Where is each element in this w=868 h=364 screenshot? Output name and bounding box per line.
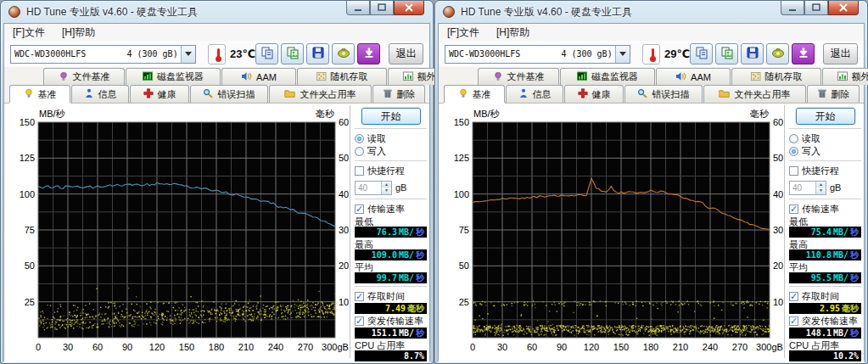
copy-image-button[interactable]	[715, 43, 738, 64]
file-benchmark-icon	[59, 71, 69, 83]
svg-text:25: 25	[25, 297, 35, 307]
info-icon	[84, 88, 94, 100]
access-time-checkbox[interactable]: ✓	[355, 292, 364, 301]
write-radio-label: 写入	[802, 145, 820, 158]
screenshot-icon	[771, 46, 785, 63]
window-title: HD Tune 专业版 v4.60 - 硬盘专业工具	[461, 5, 632, 20]
tab-disk-monitor[interactable]: 磁盘监视器	[126, 68, 221, 85]
close-icon	[405, 3, 413, 12]
copy-text-button[interactable]	[690, 43, 713, 64]
title-bar[interactable]: HD Tune 专业版 v4.60 - 硬盘专业工具	[1, 1, 433, 23]
tab-error-scan[interactable]: 错误扫描	[190, 85, 268, 103]
menu-file[interactable]: [F]文件	[445, 25, 481, 41]
save-icon	[746, 46, 759, 63]
download-button[interactable]	[792, 43, 815, 64]
tab-benchmark[interactable]: 基准	[9, 85, 70, 103]
svg-text:150: 150	[613, 342, 629, 352]
screenshot-button[interactable]	[766, 43, 789, 64]
avg-label: 平均	[789, 261, 861, 272]
svg-text:300gB: 300gB	[756, 342, 783, 352]
access-time-label: 存取时间	[367, 290, 405, 303]
menu-file[interactable]: [F]文件	[11, 25, 47, 41]
tab-file-benchmark[interactable]: 文件基准	[478, 68, 559, 85]
menu-bar: [F]文件 [H]帮助	[4, 24, 429, 41]
tab-extra-tests[interactable]: 额外测试	[822, 68, 868, 85]
minimize-button[interactable]	[346, 1, 370, 15]
burst-rate-checkbox[interactable]: ✓	[355, 316, 364, 326]
svg-text:300gB: 300gB	[322, 342, 349, 352]
start-button[interactable]: 开始	[361, 108, 421, 125]
burst-rate-checkbox[interactable]: ✓	[789, 316, 798, 326]
exit-button[interactable]: 退出	[389, 43, 423, 64]
copy-text-button[interactable]	[255, 43, 278, 64]
save-button[interactable]	[741, 43, 764, 64]
short-stroke-stepper[interactable]: ▲▼	[815, 182, 826, 194]
tab-info[interactable]: 信息	[71, 85, 129, 103]
menu-help[interactable]: [H]帮助	[495, 25, 531, 41]
short-stroke-input[interactable]: 40 ▲▼	[789, 181, 826, 195]
minimize-button[interactable]	[781, 1, 804, 15]
svg-text:30: 30	[63, 342, 73, 352]
maximize-button[interactable]	[804, 1, 828, 15]
menu-help[interactable]: [H]帮助	[60, 25, 97, 41]
tab-health[interactable]: 健康	[130, 85, 189, 103]
read-radio[interactable]	[355, 134, 364, 143]
close-button[interactable]	[828, 1, 859, 15]
tab-random-access[interactable]: 随机存取	[731, 68, 821, 85]
short-stroke-stepper[interactable]: ▲▼	[381, 182, 391, 194]
close-button[interactable]	[394, 1, 424, 15]
app-icon	[8, 6, 20, 18]
tab-label: 文件夹占用率	[734, 88, 790, 101]
tab-erase[interactable]: 删除	[807, 85, 860, 103]
tab-folder-usage[interactable]: 文件夹占用率	[269, 85, 372, 103]
exit-button[interactable]: 退出	[823, 43, 858, 64]
benchmark-chart: 1501251007550256050403020100306090120150…	[440, 105, 783, 356]
cpu-usage-value: 8.7%	[355, 350, 427, 361]
short-stroke-checkbox[interactable]	[355, 166, 364, 176]
tab-random-access[interactable]: 随机存取	[297, 68, 387, 85]
tab-erase[interactable]: 删除	[372, 85, 425, 103]
tab-folder-usage[interactable]: 文件夹占用率	[703, 85, 806, 103]
svg-text:10: 10	[773, 297, 783, 307]
short-stroke-input[interactable]: 40 ▲▼	[355, 181, 392, 195]
transfer-rate-checkbox[interactable]: ✓	[789, 204, 798, 214]
drive-select[interactable]: WDC-WD3000HLFS 4 (300 gB)	[10, 45, 196, 64]
transfer-rate-checkbox[interactable]: ✓	[355, 204, 364, 214]
write-radio[interactable]	[355, 147, 364, 156]
extra-tests-icon	[837, 71, 848, 83]
maximize-icon	[812, 3, 820, 12]
save-button[interactable]	[306, 43, 329, 64]
title-bar[interactable]: HD Tune 专业版 v4.60 - 硬盘专业工具	[435, 1, 867, 23]
copy-image-button[interactable]	[281, 43, 304, 64]
svg-text:MB/秒: MB/秒	[39, 109, 66, 119]
toolbar-buttons	[255, 43, 380, 64]
tab-health[interactable]: 健康	[564, 85, 624, 103]
aam-icon	[675, 71, 686, 83]
hdtune-window-right: HD Tune 专业版 v4.60 - 硬盘专业工具 [F]文件 [H]帮助	[434, 0, 868, 364]
start-button[interactable]: 开始	[796, 108, 855, 125]
svg-text:180: 180	[209, 342, 224, 352]
access-time-checkbox[interactable]: ✓	[789, 292, 798, 301]
read-radio[interactable]	[789, 134, 798, 143]
tab-aam[interactable]: AAM	[221, 68, 296, 85]
copy-text-icon	[695, 46, 708, 63]
drive-select[interactable]: WDC-WD3000HLFS 4 (300 gB)	[445, 45, 630, 64]
extra-tests-icon	[403, 71, 413, 83]
maximize-button[interactable]	[370, 1, 394, 15]
aam-icon	[241, 71, 252, 83]
tab-info[interactable]: 信息	[506, 85, 563, 103]
write-radio[interactable]	[789, 147, 798, 156]
tab-file-benchmark[interactable]: 文件基准	[43, 68, 125, 85]
download-button[interactable]	[357, 43, 380, 64]
tab-disk-monitor[interactable]: 磁盘监视器	[560, 68, 655, 85]
chevron-down-icon[interactable]	[615, 46, 630, 63]
screenshot-button[interactable]	[332, 43, 355, 64]
tab-label: 健康	[592, 88, 611, 101]
short-stroke-checkbox[interactable]	[789, 166, 798, 176]
svg-text:270: 270	[298, 342, 313, 352]
avg-label: 平均	[355, 261, 427, 272]
tab-error-scan[interactable]: 错误扫描	[624, 85, 703, 103]
chevron-down-icon[interactable]	[181, 46, 195, 63]
tab-aam[interactable]: AAM	[656, 68, 731, 85]
tab-benchmark[interactable]: 基准	[444, 85, 505, 103]
